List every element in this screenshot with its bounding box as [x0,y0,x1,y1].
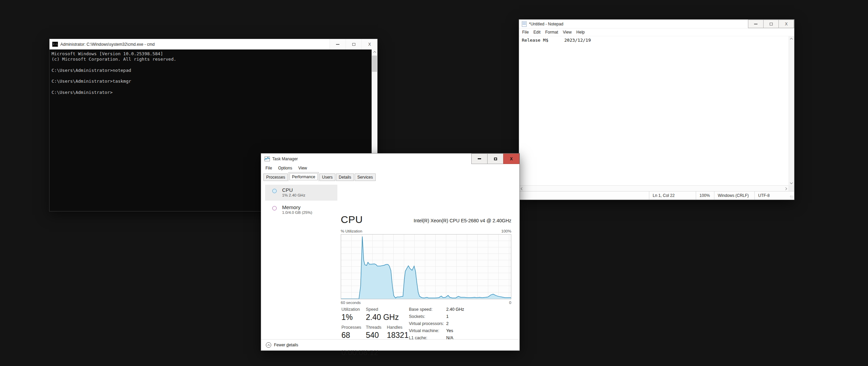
stat-value-processes: 68 [341,331,350,340]
terminal-prompt: C:\Users\Administrator> [52,90,375,95]
tab-services[interactable]: Services [355,174,376,181]
maximize-button[interactable] [487,154,504,164]
menu-options[interactable]: Options [275,166,295,170]
notepad-text-area[interactable]: Release M$ 2023/12/19 [519,36,788,185]
minimize-icon [478,158,481,159]
resize-grip[interactable] [790,196,793,199]
notepad-window: *Untitled - Notepad X File Edit Format V… [519,19,794,200]
scrollbar-corner [788,185,794,191]
cpu-area [341,237,511,299]
scroll-down-button[interactable] [788,180,794,185]
chevron-left-icon [520,187,523,190]
cmd-titlebar[interactable]: C:\ Administrator: C:\Windows\system32\c… [50,39,377,49]
stat-label-sockets: Sockets: [409,314,425,319]
task-manager-footer: Fewer details [261,339,519,350]
chart-x-axis-left: 60 seconds [341,301,361,305]
notepad-titlebar[interactable]: *Untitled - Notepad X [519,20,794,28]
sidebar-item-name: Memory [282,204,337,210]
sidebar-item-cpu[interactable]: CPU 1% 2.40 GHz [265,185,337,201]
cmd-window-title: Administrator: C:\Windows\system32\cmd.e… [60,42,155,47]
close-button[interactable]: X [503,154,519,164]
stat-value-utilization: 1% [341,313,353,322]
menu-edit[interactable]: Edit [531,30,543,35]
scroll-up-button[interactable] [372,49,377,55]
minimize-button[interactable] [748,20,764,28]
cpu-model-name: Intel(R) Xeon(R) CPU E5-2680 v4 @ 2.40GH… [414,218,511,223]
status-spacer [519,191,649,200]
stat-label-virtual-processors: Virtual processors: [409,321,444,326]
close-icon: X [368,42,371,46]
stat-label-processes: Processes [341,325,361,330]
cmd-prompt-icon: C:\ [52,42,58,47]
stat-value-virtual-machine: Yes [446,328,453,333]
close-button[interactable]: X [778,20,794,28]
desktop: C:\ Administrator: C:\Windows\system32\c… [0,0,868,366]
menu-file[interactable]: File [262,166,275,170]
menu-file[interactable]: File [520,30,531,35]
menu-view[interactable]: View [295,166,310,170]
close-button[interactable]: X [361,39,377,49]
menu-view[interactable]: View [560,30,574,35]
task-manager-window-title: Task Manager [272,157,298,161]
tab-processes[interactable]: Processes [263,174,288,181]
sidebar-item-name: CPU [282,187,337,193]
cpu-utilization-chart[interactable] [341,234,511,299]
close-icon: X [785,22,788,26]
notepad-text-content: Release M$ 2023/12/19 [522,38,788,43]
vertical-scrollbar[interactable] [788,36,794,185]
minimize-icon [336,44,339,45]
stat-value-virtual-processors: 2 [446,321,449,326]
maximize-icon [352,43,355,46]
menu-format[interactable]: Format [543,30,560,35]
sidebar-item-detail: 1.0/4.0 GB (25%) [282,210,337,215]
tab-users[interactable]: Users [319,174,335,181]
scroll-right-button[interactable] [783,186,788,191]
task-manager-tabstrip: Processes Performance Users Details Serv… [261,172,519,181]
scroll-up-button[interactable] [788,36,794,42]
task-manager-icon [264,157,270,161]
stat-label-virtual-machine: Virtual machine: [409,328,439,333]
chevron-up-circle-icon [266,342,271,348]
maximize-icon [770,23,773,25]
stat-value-handles: 18321 [387,331,409,340]
stat-label-handles: Handles [387,325,402,330]
scrollbar-thumb[interactable] [372,56,377,72]
terminal-line [52,62,375,68]
fewer-details-button[interactable]: Fewer details [266,342,298,348]
status-line-ending: Windows (CRLF) [714,191,754,200]
close-icon: X [510,157,513,161]
horizontal-scrollbar[interactable] [519,185,788,191]
stat-label-utilization: Utilization [341,307,360,312]
memory-graph-thumbnail-icon [272,206,277,210]
maximize-button[interactable] [346,39,361,49]
task-manager-window: Task Manager X File Options View Process… [261,153,520,351]
stat-value-speed: 2.40 GHz [366,313,399,322]
notepad-window-title: *Untitled - Notepad [529,22,563,26]
chevron-up-icon [373,51,376,54]
cpu-detail-panel: CPU Intel(R) Xeon(R) CPU E5-2680 v4 @ 2.… [341,181,511,339]
sidebar-item-memory[interactable]: Memory 1.0/4.0 GB (25%) [265,202,337,218]
performance-pane: CPU 1% 2.40 GHz Memory 1.0/4.0 GB (25%) … [261,181,519,339]
terminal-line: C:\Users\Administrator>notepad [52,68,375,73]
minimize-button[interactable] [471,154,488,164]
status-encoding: UTF-8 [754,191,794,200]
chart-y-axis-max: 100% [501,229,511,233]
stat-label-threads: Threads [366,325,381,330]
tab-performance[interactable]: Performance [289,172,319,181]
chart-x-axis-right: 0 [509,301,511,305]
maximize-button[interactable] [763,20,779,28]
tab-details[interactable]: Details [336,174,354,181]
notepad-menubar: File Edit Format View Help [519,28,794,36]
stat-value-sockets: 1 [446,314,449,319]
menu-help[interactable]: Help [574,30,587,35]
chevron-right-icon [784,187,787,190]
task-manager-titlebar[interactable]: Task Manager X [261,154,519,164]
minimize-button[interactable] [330,39,346,49]
terminal-line [52,84,375,90]
terminal-line: Microsoft Windows [Version 10.0.25398.58… [52,51,375,57]
chevron-up-icon [790,38,792,40]
minimize-icon [754,24,757,24]
notepad-icon [522,21,527,27]
terminal-line: C:\Users\Administrator>taskmgr [52,79,375,84]
scroll-left-button[interactable] [519,186,525,191]
